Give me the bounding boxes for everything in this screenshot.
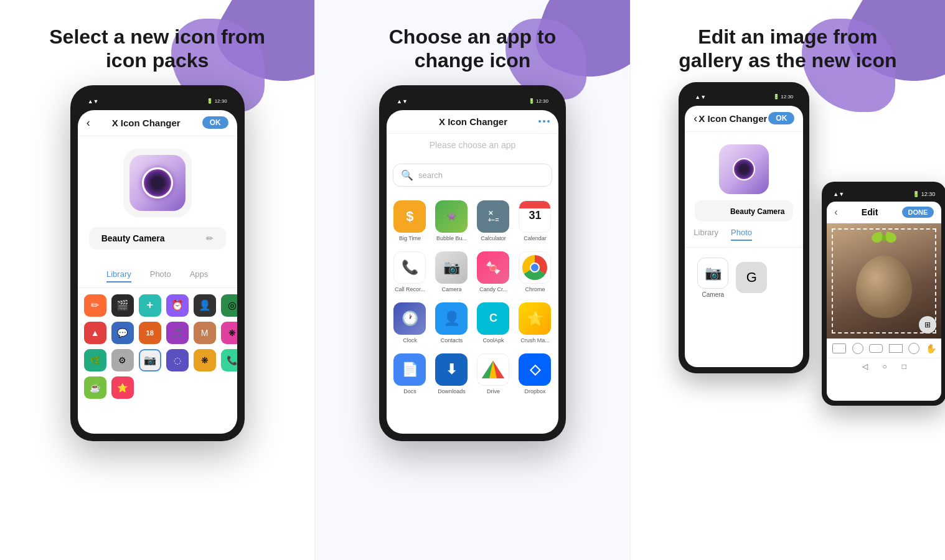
edit-pencil-icon[interactable]: ✏ [206,233,214,243]
nav-recents-icon[interactable]: □ [902,362,906,371]
grid-icon-6[interactable]: ◎ [221,294,237,317]
p3-app-title: X Icon Changer [698,113,767,124]
app-label-coolapk: CoolApk [482,337,504,343]
grid-icon-1[interactable]: ✏ [84,294,106,317]
app-cell-dropbox[interactable]: ◇ Dropbox [515,350,555,398]
p3-tab-photo[interactable]: Photo [731,228,752,241]
back-button[interactable]: ‹ [87,116,90,129]
app-name-label: Beauty Camera [101,233,165,243]
tab-apps[interactable]: Apps [190,269,209,282]
app-icon-dropbox: ◇ [519,353,551,386]
app-cell-chrome[interactable]: Chrome [515,248,555,296]
cal-number: 31 [519,210,550,221]
app-icon-camera: 📷 [435,251,468,284]
p3-tab-library[interactable]: Library [693,228,718,241]
grid-icon-17[interactable]: ❋ [194,349,216,371]
tool-hand[interactable]: ✋ [926,343,936,353]
p3-status-time: 🔋 12:30 [773,94,793,100]
tab-photo[interactable]: Photo [150,269,171,282]
dot-1 [538,120,541,123]
grid-icon-19[interactable]: ☕ [84,376,106,399]
panel-3-title: Edit an image from gallery as the new ic… [647,25,928,73]
app-icon-calendar: 31 [519,200,551,233]
grid-icon-10[interactable]: 🎵 [166,322,189,344]
app-cell-bigtime[interactable]: $ Big Time [390,197,430,245]
grid-icon-7[interactable]: ▲ [84,322,106,344]
dot-2 [543,120,545,123]
app-cell-docs[interactable]: 📄 Docs [390,350,430,398]
android-done-button[interactable]: DONE [902,207,934,218]
android-header: ▲▼ 🔋 12:30 [827,187,941,202]
phone-1: ▲▼ 🔋 12:30 ‹ X Icon Changer OK [70,85,245,441]
ok-button[interactable]: OK [202,116,228,129]
grid-icon-9[interactable]: 18 [139,322,161,344]
p3-ok-button[interactable]: OK [768,112,794,124]
grid-icon-20[interactable]: ⭐ [111,376,134,399]
camera-cell[interactable]: 📷 Camera [697,258,728,298]
app-cell-bubble[interactable]: 👾 Bubble Bu... [432,197,471,245]
tool-rect[interactable] [832,343,846,353]
app-cell-coolapk[interactable]: C CoolApk [474,299,513,347]
app-cell-calendar[interactable]: 31 Calendar [515,197,555,245]
grid-icon-2[interactable]: 🎬 [111,294,134,317]
grid-icon-11[interactable]: M [194,322,216,344]
android-edit-toolbar: ✋ [827,338,941,358]
bow-center [882,235,886,241]
app-cell-calculator[interactable]: ✕+−= Calculator [474,197,513,245]
nav-back-icon[interactable]: ◁ [862,362,868,371]
tool-rect2[interactable] [869,344,883,353]
app-label-camera: Camera [441,286,461,292]
app-icon-crush: ⭐ [519,302,551,335]
app-icon-chrome [519,251,551,284]
grid-icon-12[interactable]: ❋ [221,322,237,344]
app-cell-camera[interactable]: 📷 Camera [432,248,471,296]
app-cell-drive[interactable]: Drive [474,350,513,398]
grid-icon-3[interactable]: + [139,294,161,317]
app-label-dropbox: Dropbox [524,388,545,394]
tool-rect3[interactable] [889,344,903,353]
grid-icon-14[interactable]: ⚙ [111,349,134,371]
tool-circle[interactable] [908,343,919,354]
app-cell-contacts[interactable]: 👤 Contacts [432,299,471,347]
nav-home-icon[interactable]: ○ [883,362,887,371]
grid-icon-15-selected[interactable]: 📷 [139,349,161,371]
search-bar[interactable]: 🔍 search [393,164,552,187]
app-cell-downloads[interactable]: ⬇ Downloads [432,350,471,398]
grid-icon-4[interactable]: ⏰ [166,294,189,317]
tab-library[interactable]: Library [106,269,131,282]
grid-icon-5[interactable]: 👤 [194,294,216,317]
grid-icon-18[interactable]: 📞 [221,349,237,371]
android-back-btn[interactable]: ‹ [834,207,837,218]
p3-back-button[interactable]: ‹ [693,112,697,125]
tool-rounded[interactable] [852,343,863,354]
app-icon-bubble: 👾 [435,200,468,233]
panel-2-title: Choose an app to change icon [332,25,613,73]
gallery-cell[interactable]: G [736,262,767,293]
app-cell-candy[interactable]: 🍬 Candy Cr... [474,248,513,296]
p3-app-name-box: Beauty Camera [695,200,793,222]
crop-button[interactable]: ⊞ [919,316,936,334]
app-icon-coolapk: C [477,302,509,335]
guinea-pig-photo: ⊞ [827,223,941,338]
grid-icon-13[interactable]: 🌿 [84,349,106,371]
phone-1-container: ▲▼ 🔋 12:30 ‹ X Icon Changer OK [70,85,245,441]
three-dots-menu[interactable] [538,120,550,123]
beauty-icon-box [719,144,769,194]
app-label-calendar: Calendar [524,235,547,241]
beauty-icon-preview [685,132,803,200]
beauty-camera-icon [142,167,173,198]
phone-group-3: ▲▼ 🔋 12:30 ‹ X Icon Changer OK [679,82,896,406]
panel-2: Choose an app to change icon ▲▼ 🔋 12:30 … [314,0,630,560]
screen-1-header: ‹ X Icon Changer OK [78,110,237,136]
android-edit-header: ‹ Edit DONE [827,202,941,223]
app-label-bigtime: Big Time [399,235,421,241]
app-cell-callrec[interactable]: 📞 Call Recor... [390,248,430,296]
grid-icon-8[interactable]: 💬 [111,322,134,344]
phone-2-container: ▲▼ 🔋 12:30 X Icon Changer Please choose … [379,85,566,441]
grid-icon-16[interactable]: ◌ [166,349,189,371]
eye-icon-small [733,158,755,180]
app-label-candy: Candy Cr... [479,286,507,292]
icon-preview-box [123,149,192,217]
app-cell-crush[interactable]: ⭐ Crush Ma... [515,299,555,347]
app-cell-clock[interactable]: 🕐 Clock [390,299,430,347]
